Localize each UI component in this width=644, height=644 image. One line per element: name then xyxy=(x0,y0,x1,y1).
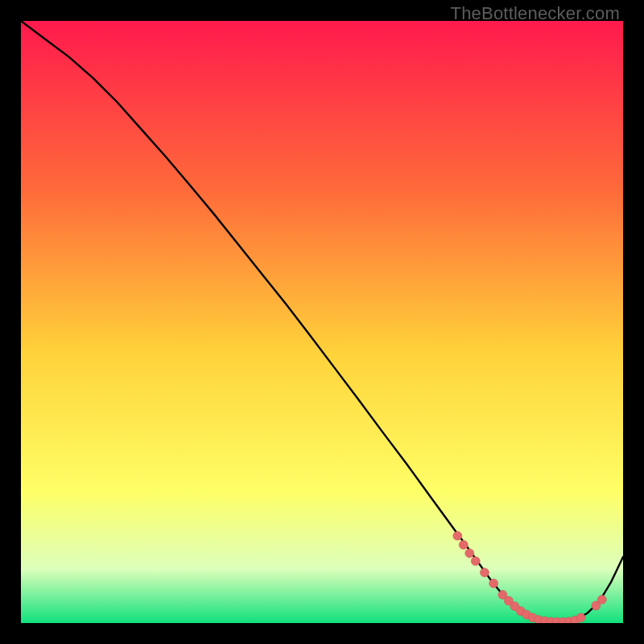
watermark-text: TheBottlenecker.com xyxy=(451,3,620,24)
data-dot xyxy=(453,531,462,540)
data-dot xyxy=(471,556,480,565)
data-dot xyxy=(576,613,585,622)
data-dot xyxy=(480,568,489,577)
data-dot xyxy=(489,579,498,588)
data-dot xyxy=(459,540,468,549)
data-dot xyxy=(465,549,474,558)
gradient-background xyxy=(21,21,623,623)
data-dot xyxy=(597,595,606,604)
bottleneck-chart xyxy=(21,21,623,623)
chart-frame xyxy=(21,21,623,623)
